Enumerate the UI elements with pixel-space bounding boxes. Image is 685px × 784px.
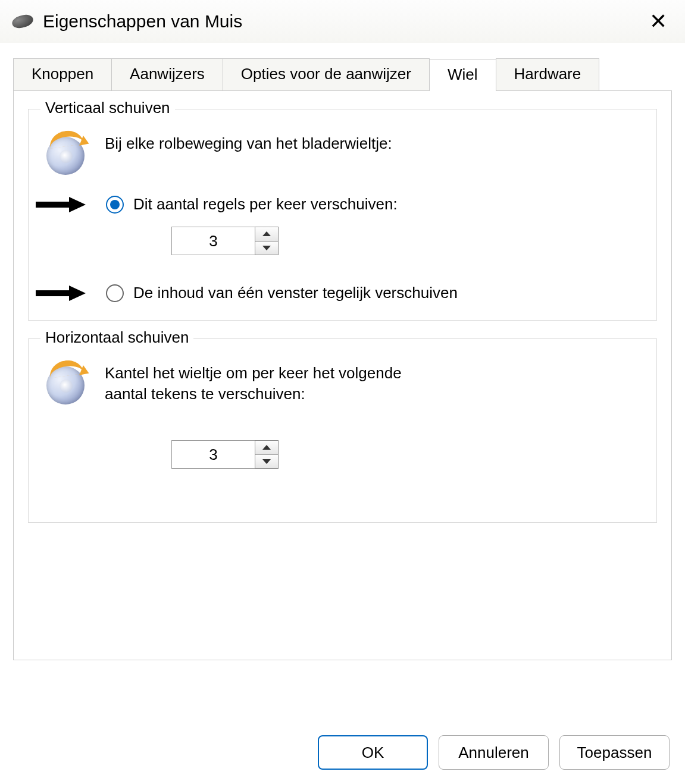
lines-spin-up[interactable] xyxy=(255,227,278,241)
tab-wiel[interactable]: Wiel xyxy=(429,59,496,91)
chars-input[interactable] xyxy=(171,440,255,469)
tab-knoppen[interactable]: Knoppen xyxy=(13,58,112,90)
svg-marker-2 xyxy=(262,231,271,236)
window-title: Eigenschappen van Muis xyxy=(43,11,242,32)
scroll-wheel-icon xyxy=(46,133,88,175)
radio-lines-label: Dit aantal regels per keer verschuiven: xyxy=(133,195,398,214)
annotation-arrow-icon xyxy=(35,284,86,302)
chars-spin-up[interactable] xyxy=(255,441,278,454)
svg-marker-3 xyxy=(262,246,271,250)
group-horizontal-scroll: Horizontaal schuiven Kantel het wieltje … xyxy=(28,338,657,523)
ok-button[interactable]: OK xyxy=(318,735,428,770)
radio-lines-per-notch[interactable] xyxy=(106,196,124,214)
svg-marker-1 xyxy=(69,197,86,212)
mouse-icon xyxy=(11,13,35,30)
vertical-description: Bij elke rolbeweging van het bladerwielt… xyxy=(105,133,392,154)
chars-spin-down[interactable] xyxy=(255,454,278,469)
tab-panel-wiel: Verticaal schuiven Bij elke rolbeweging … xyxy=(13,90,672,660)
tab-opties-aanwijzer[interactable]: Opties voor de aanwijzer xyxy=(223,58,430,90)
horizontal-description: Kantel het wieltje om per keer het volge… xyxy=(105,363,426,404)
radio-one-screen[interactable] xyxy=(106,284,124,302)
svg-marker-7 xyxy=(262,459,271,464)
dialog-buttons: OK Annuleren Toepassen xyxy=(318,735,670,770)
close-button[interactable]: ✕ xyxy=(643,8,673,35)
lines-input[interactable] xyxy=(171,227,255,255)
lines-spin-down[interactable] xyxy=(255,241,278,255)
lines-spinner[interactable] xyxy=(171,227,279,255)
apply-button[interactable]: Toepassen xyxy=(559,735,670,770)
tab-hardware[interactable]: Hardware xyxy=(496,58,600,90)
legend-vertical: Verticaal schuiven xyxy=(40,99,175,117)
tab-strip: Knoppen Aanwijzers Opties voor de aanwij… xyxy=(13,58,672,90)
annotation-arrow-icon xyxy=(35,196,86,214)
tab-aanwijzers[interactable]: Aanwijzers xyxy=(111,58,223,90)
title-bar: Eigenschappen van Muis ✕ xyxy=(0,0,685,43)
scroll-wheel-icon xyxy=(46,363,88,404)
radio-one-screen-label: De inhoud van één venster tegelijk versc… xyxy=(133,284,458,302)
svg-marker-6 xyxy=(262,445,271,450)
cancel-button[interactable]: Annuleren xyxy=(439,735,549,770)
chars-spinner[interactable] xyxy=(171,440,279,469)
legend-horizontal: Horizontaal schuiven xyxy=(40,328,193,347)
group-vertical-scroll: Verticaal schuiven Bij elke rolbeweging … xyxy=(28,109,657,321)
svg-marker-5 xyxy=(69,286,86,301)
